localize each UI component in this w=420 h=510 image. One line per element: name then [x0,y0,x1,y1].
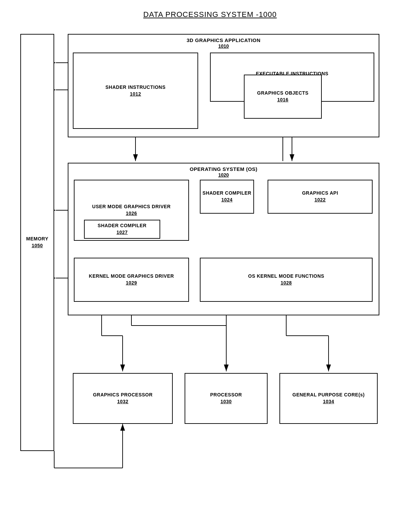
graphics-api-box: GRAPHICS API 1022 [268,180,373,214]
page-title: DATA PROCESSING SYSTEM -1000 [0,10,420,19]
processor-box: PROCESSOR 1030 [185,373,268,424]
general-purpose-box: GENERAL PURPOSE CORE(s) 1034 [279,373,378,424]
shader-compiler-1024-box: SHADER COMPILER 1024 [200,180,254,214]
kernel-mode-driver-box: KERNEL MODE GRAPHICS DRIVER 1029 [74,258,189,302]
graphics-objects-box: GRAPHICS OBJECTS 1016 [244,75,322,119]
graphics-processor-box: GRAPHICS PROCESSOR 1032 [73,373,173,424]
app-number: 1010 [68,43,379,49]
memory-box: MEMORY 1050 [20,34,54,451]
shader-compiler-1027-box: SHADER COMPILER 1027 [84,220,160,239]
os-number: 1020 [68,172,379,178]
app-title: 3D GRAPHICS APPLICATION [68,37,379,43]
os-title: OPERATING SYSTEM (OS) [68,166,379,172]
shader-instructions-box: SHADER INSTRUCTIONS 1012 [73,53,198,129]
os-kernel-functions-box: OS KERNEL MODE FUNCTIONS 1028 [200,258,373,302]
